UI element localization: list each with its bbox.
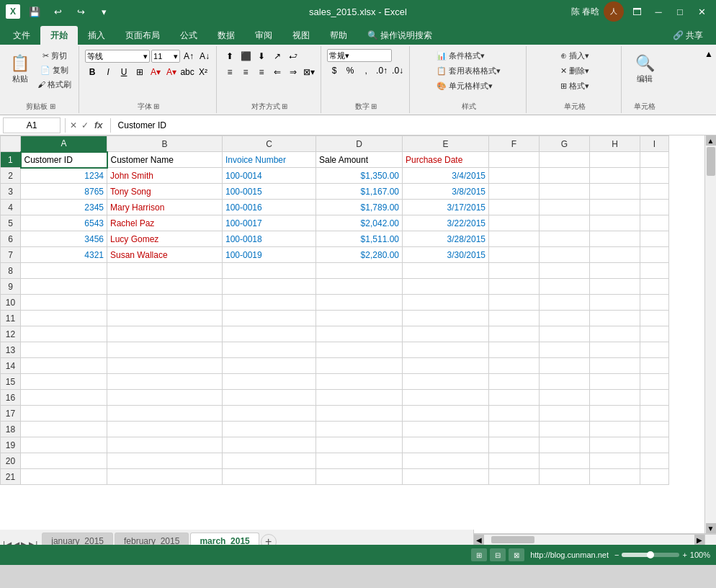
formula-input[interactable] xyxy=(115,119,713,132)
cell-e1[interactable]: Purchase Date xyxy=(403,152,489,168)
cell-d6[interactable]: $1,511.00 xyxy=(316,231,403,247)
sheet-scroll-area[interactable]: A B C D E F G H I 1 Customer xyxy=(0,135,704,533)
scroll-right-button[interactable]: ▶ xyxy=(694,535,704,545)
align-middle-button[interactable]: ⬛ xyxy=(238,49,253,63)
cell-i4[interactable] xyxy=(640,200,669,215)
tab-search[interactable]: 🔍操作说明搜索 xyxy=(357,26,442,45)
tab-march-2015[interactable]: march_2015 xyxy=(190,533,259,545)
cell-reference-input[interactable]: A1 xyxy=(3,117,61,133)
text-angle-button[interactable]: ↗ xyxy=(270,49,285,63)
decrease-indent-button[interactable]: ⇐ xyxy=(270,65,285,79)
increase-indent-button[interactable]: ⇒ xyxy=(286,65,300,79)
increase-decimal-button[interactable]: .0↑ xyxy=(375,63,389,78)
horizontal-scrollbar[interactable]: ◀ ▶ xyxy=(474,534,704,545)
cell-c4[interactable]: 100-0016 xyxy=(223,200,316,215)
tab-review[interactable]: 审阅 xyxy=(245,26,282,45)
comma-button[interactable]: , xyxy=(359,63,373,78)
cell-h1[interactable] xyxy=(590,152,640,168)
share-button[interactable]: 🔗 共享 xyxy=(663,26,713,45)
maximize-button[interactable]: □ xyxy=(671,3,689,20)
cell-e2[interactable]: 3/4/2015 xyxy=(403,168,489,184)
normal-view-button[interactable]: ⊞ xyxy=(471,548,487,561)
cell-i6[interactable] xyxy=(640,231,669,247)
zoom-out-icon[interactable]: − xyxy=(614,551,619,559)
cell-f2[interactable] xyxy=(489,168,540,184)
cell-d1[interactable]: Sale Amount xyxy=(316,152,403,168)
cell-h6[interactable] xyxy=(590,231,640,247)
delete-button[interactable]: ✕ 删除▾ xyxy=(558,64,592,77)
percent-button[interactable]: % xyxy=(343,63,357,78)
cell-d3[interactable]: $1,167.00 xyxy=(316,184,403,200)
cell-a1[interactable]: Customer ID xyxy=(21,152,107,168)
cell-d7[interactable]: $2,280.00 xyxy=(316,247,403,263)
cancel-formula-icon[interactable]: ✕ xyxy=(70,120,77,130)
align-right-button[interactable]: ≡ xyxy=(254,65,269,79)
cell-g2[interactable] xyxy=(540,168,590,184)
underline-button[interactable]: U xyxy=(117,65,131,79)
col-header-d[interactable]: D xyxy=(316,136,403,152)
increase-font-button[interactable]: A↑ xyxy=(182,49,196,63)
strikethrough-button[interactable]: abc xyxy=(180,65,194,79)
cell-i2[interactable] xyxy=(640,168,669,184)
border-button[interactable]: ⊞ xyxy=(133,65,147,79)
cell-g6[interactable] xyxy=(540,231,590,247)
align-left-button[interactable]: ≡ xyxy=(223,65,237,79)
zoom-slider[interactable] xyxy=(622,553,679,557)
font-color-button[interactable]: A▾ xyxy=(164,65,179,79)
align-bottom-button[interactable]: ⬇ xyxy=(254,49,269,63)
tab-february-2015[interactable]: february_2015 xyxy=(115,533,189,545)
conditional-format-button[interactable]: 📊 条件格式▾ xyxy=(434,49,488,62)
zoom-thumb[interactable] xyxy=(647,551,654,558)
cell-h7[interactable] xyxy=(590,247,640,263)
scroll-thumb-h[interactable] xyxy=(491,536,534,543)
cell-d5[interactable]: $2,042.00 xyxy=(316,215,403,231)
cell-b5[interactable]: Rachel Paz xyxy=(107,215,223,231)
col-header-b[interactable]: B xyxy=(107,136,223,152)
next-tab-button[interactable]: ▶ xyxy=(21,540,27,545)
scroll-left-button[interactable]: ◀ xyxy=(474,535,484,545)
cell-h5[interactable] xyxy=(590,215,640,231)
scroll-down-button[interactable]: ▼ xyxy=(706,523,716,533)
cell-f7[interactable] xyxy=(489,247,540,263)
cell-a6[interactable]: 3456 xyxy=(21,231,107,247)
font-size-select[interactable]: 11▾ xyxy=(151,50,180,63)
cell-a2[interactable]: 1234 xyxy=(21,168,107,184)
cell-f4[interactable] xyxy=(489,200,540,215)
tab-january-2015[interactable]: january_2015 xyxy=(42,533,113,545)
tab-file[interactable]: 文件 xyxy=(3,26,40,45)
col-header-i[interactable]: I xyxy=(640,136,669,152)
cell-f6[interactable] xyxy=(489,231,540,247)
cell-b2[interactable]: John Smith xyxy=(107,168,223,184)
cell-e4[interactable]: 3/17/2015 xyxy=(403,200,489,215)
cell-e5[interactable]: 3/22/2015 xyxy=(403,215,489,231)
add-sheet-button[interactable]: + xyxy=(261,534,277,545)
cell-e3[interactable]: 3/8/2015 xyxy=(403,184,489,200)
cell-c3[interactable]: 100-0015 xyxy=(223,184,316,200)
tab-formula[interactable]: 公式 xyxy=(170,26,207,45)
cell-a5[interactable]: 6543 xyxy=(21,215,107,231)
cell-g7[interactable] xyxy=(540,247,590,263)
window-group-icon[interactable]: 🗖 xyxy=(628,3,645,20)
col-header-g[interactable]: G xyxy=(540,136,590,152)
cell-d2[interactable]: $1,350.00 xyxy=(316,168,403,184)
currency-button[interactable]: $ xyxy=(327,63,341,78)
vertical-scrollbar[interactable]: ▲ ▼ xyxy=(704,135,716,533)
cell-b1[interactable]: Customer Name xyxy=(107,152,223,168)
tab-home[interactable]: 开始 xyxy=(40,26,78,45)
tab-help[interactable]: 帮助 xyxy=(320,26,357,45)
scroll-thumb-v[interactable] xyxy=(707,147,715,176)
confirm-formula-icon[interactable]: ✓ xyxy=(81,120,89,130)
minimize-button[interactable]: ─ xyxy=(650,3,667,20)
cell-d4[interactable]: $1,789.00 xyxy=(316,200,403,215)
number-format-select[interactable]: 常规▾ xyxy=(327,49,392,62)
cell-e6[interactable]: 3/28/2015 xyxy=(403,231,489,247)
cell-g5[interactable] xyxy=(540,215,590,231)
cell-c7[interactable]: 100-0019 xyxy=(223,247,316,263)
copy-button[interactable]: 📄 复制 xyxy=(35,63,74,76)
cell-c5[interactable]: 100-0017 xyxy=(223,215,316,231)
zoom-in-icon[interactable]: + xyxy=(682,551,686,559)
cell-f1[interactable] xyxy=(489,152,540,168)
cut-button[interactable]: ✂ 剪切 xyxy=(35,49,74,62)
close-button[interactable]: ✕ xyxy=(693,3,710,20)
cell-b4[interactable]: Mary Harrison xyxy=(107,200,223,215)
